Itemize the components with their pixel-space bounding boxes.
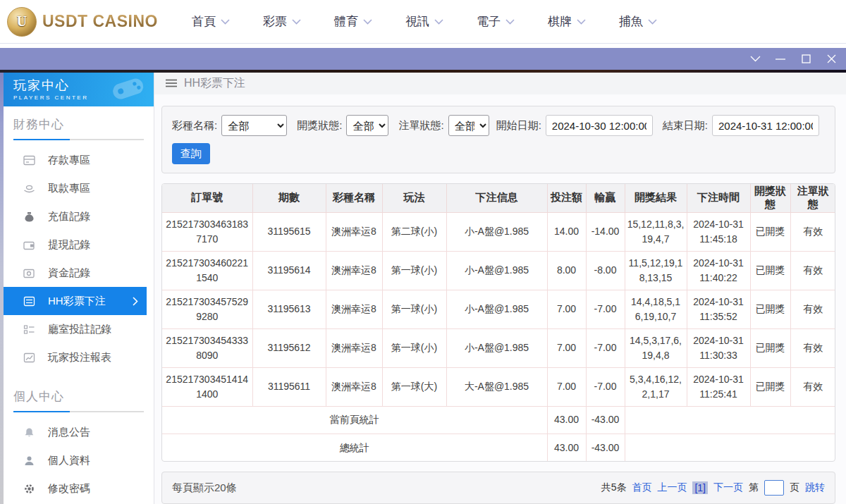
- table-cell: 2152173034602211540: [162, 251, 252, 290]
- sidebar-item-hall-bet-record[interactable]: 廳室投註記錄: [4, 315, 154, 343]
- sidebar-item-player-bet-report[interactable]: 玩家投注報表: [4, 343, 154, 371]
- nav-item-cards[interactable]: 棋牌: [548, 13, 586, 30]
- deposit-card-icon: [23, 155, 35, 166]
- table-cell: 第一球(小): [382, 328, 446, 367]
- col-win-loss: 輸贏: [586, 184, 625, 212]
- table-cell: 8.00: [547, 251, 586, 290]
- filter-panel: 彩種名稱: 全部 開獎狀態: 全部 注單狀態: 全部 開始日期: 結束日期: 查…: [161, 106, 835, 173]
- order-status-select[interactable]: 全部: [448, 115, 489, 136]
- table-cell: 澳洲幸运8: [326, 290, 382, 328]
- table-cell: 有效: [790, 367, 835, 406]
- table-cell: 31195615: [252, 212, 326, 251]
- table-cell: 已開獎: [750, 251, 790, 290]
- nav-item-label: 體育: [334, 13, 358, 30]
- table-cell: -7.00: [586, 328, 625, 367]
- gear-icon: [23, 484, 35, 494]
- sidebar-item-label: 玩家投注報表: [48, 351, 111, 364]
- lottery-name-select[interactable]: 全部: [221, 115, 287, 136]
- table-cell: 14.00: [547, 212, 586, 251]
- section-underline: [13, 139, 144, 140]
- logo[interactable]: U USDT CASINO: [7, 7, 176, 37]
- table-cell: 31195613: [252, 290, 326, 328]
- sidebar-item-recharge-record[interactable]: 充值記錄: [4, 202, 154, 231]
- table-cell: 14,4,18,5,16,19,10,7: [625, 290, 687, 328]
- table-row: 215217303457529928031195613澳洲幸运8第一球(小)小-…: [162, 290, 835, 328]
- next-page-link[interactable]: 下一页: [713, 481, 743, 494]
- col-order-status: 注單狀態: [790, 184, 835, 212]
- page-jump-input[interactable]: [764, 480, 784, 496]
- table-cell: 5,3,4,16,12,2,1,17: [625, 367, 687, 406]
- end-date-input[interactable]: [712, 115, 819, 136]
- search-button[interactable]: 查詢: [172, 143, 210, 164]
- hamburger-icon[interactable]: [166, 78, 177, 90]
- sidebar-item-label: 廳室投註記錄: [48, 323, 111, 336]
- window-close-icon[interactable]: [823, 52, 839, 66]
- col-lottery-name: 彩種名稱: [326, 184, 382, 212]
- sidebar-section-personal: 個人中心: [4, 379, 154, 412]
- top-navigation: U USDT CASINO 首頁 彩票 體育 視訊 電子 棋牌 捕魚: [0, 0, 846, 44]
- sidebar-item-announcements[interactable]: 消息公告: [4, 418, 154, 446]
- bet-records-table: 訂單號 期數 彩種名稱 玩法 下注信息 投注額 輸贏 開獎結果 下注時間 開獎狀…: [161, 183, 835, 462]
- nav-item-label: 視訊: [405, 13, 429, 30]
- sidebar-item-label: 取款專區: [48, 182, 90, 195]
- first-page-link[interactable]: 首页: [632, 481, 651, 494]
- summary-label: 總統計: [162, 434, 547, 461]
- nav-item-slots[interactable]: 電子: [477, 13, 515, 30]
- chevron-down-icon: [363, 19, 372, 25]
- table-cell: 有效: [790, 328, 835, 367]
- table-cell: 澳洲幸运8: [326, 367, 382, 406]
- nav-item-video[interactable]: 視訊: [405, 13, 443, 30]
- table-cell: -7.00: [586, 290, 625, 328]
- wallet-coin-icon: [23, 268, 35, 278]
- section-title: 個人中心: [13, 388, 144, 405]
- sidebar: 玩家中心 PLAYERS CENTER 財務中心 存款專區 取款專區 充值記錄: [4, 73, 154, 504]
- chevron-down-icon: [505, 19, 515, 25]
- current-page-badge: [1]: [692, 481, 708, 494]
- chevron-down-icon: [221, 19, 230, 25]
- table-cell: 小-A盤@1.985: [446, 328, 547, 367]
- jump-button[interactable]: 跳转: [805, 481, 825, 494]
- nav-item-sports[interactable]: 體育: [334, 13, 372, 30]
- start-date-input[interactable]: [546, 115, 653, 136]
- sidebar-item-change-password[interactable]: 修改密碼: [4, 474, 154, 503]
- col-period: 期數: [252, 184, 326, 212]
- sidebar-item-label: 資金記錄: [48, 266, 90, 280]
- table-cell: 第一球(小): [382, 290, 446, 328]
- chevron-down-icon: [648, 19, 657, 25]
- table-cell: 2152173034575299280: [162, 290, 252, 328]
- sidebar-item-withdraw[interactable]: 取款專區: [4, 174, 154, 202]
- table-cell: 小-A盤@1.985: [446, 290, 547, 328]
- window-maximize-icon[interactable]: [798, 52, 814, 66]
- summary-empty: [625, 406, 835, 434]
- person-icon: [23, 455, 35, 466]
- col-draw-status: 開獎狀態: [750, 184, 790, 212]
- logo-letter: U: [17, 13, 27, 30]
- sidebar-item-label: 提現記錄: [48, 238, 90, 252]
- sidebar-item-label: HH彩票下注: [48, 295, 106, 308]
- window-minimize-icon[interactable]: [773, 52, 788, 66]
- section-underline: [13, 411, 144, 412]
- sidebar-item-deposit[interactable]: 存款專區: [4, 146, 154, 174]
- sidebar-item-hh-lottery-bet[interactable]: HH彩票下注: [4, 287, 147, 315]
- table-row: 215217303454333809031195612澳洲幸运8第一球(小)小-…: [162, 328, 835, 367]
- table-cell: 已開獎: [750, 328, 790, 367]
- nav-item-home[interactable]: 首頁: [192, 13, 230, 30]
- col-draw-result: 開獎結果: [625, 184, 687, 212]
- sidebar-item-funds-record[interactable]: 資金記錄: [4, 259, 154, 287]
- start-date-label: 開始日期:: [496, 119, 541, 133]
- table-cell: 7.00: [547, 328, 586, 367]
- table-row: 215217303451414140031195611澳洲幸运8第一球(大)大-…: [162, 367, 835, 406]
- table-cell: 14,5,3,17,6,19,4,8: [625, 328, 687, 367]
- table-cell: 已開獎: [750, 367, 790, 406]
- prev-page-link[interactable]: 上一页: [657, 481, 687, 494]
- summary-win-loss: -43.00: [586, 406, 625, 434]
- draw-status-select[interactable]: 全部: [346, 115, 388, 136]
- nav-item-fishing[interactable]: 捕魚: [619, 13, 657, 30]
- sidebar-item-profile[interactable]: 個人資料: [4, 446, 154, 474]
- window-dropdown-icon[interactable]: [747, 52, 763, 66]
- table-cell: 31195611: [252, 367, 326, 406]
- nav-item-lottery[interactable]: 彩票: [263, 13, 301, 30]
- sidebar-item-withdraw-record[interactable]: 提現記錄: [4, 231, 154, 259]
- table-cell: 31195614: [252, 251, 326, 290]
- table-cell: 2152173034631837170: [162, 212, 252, 251]
